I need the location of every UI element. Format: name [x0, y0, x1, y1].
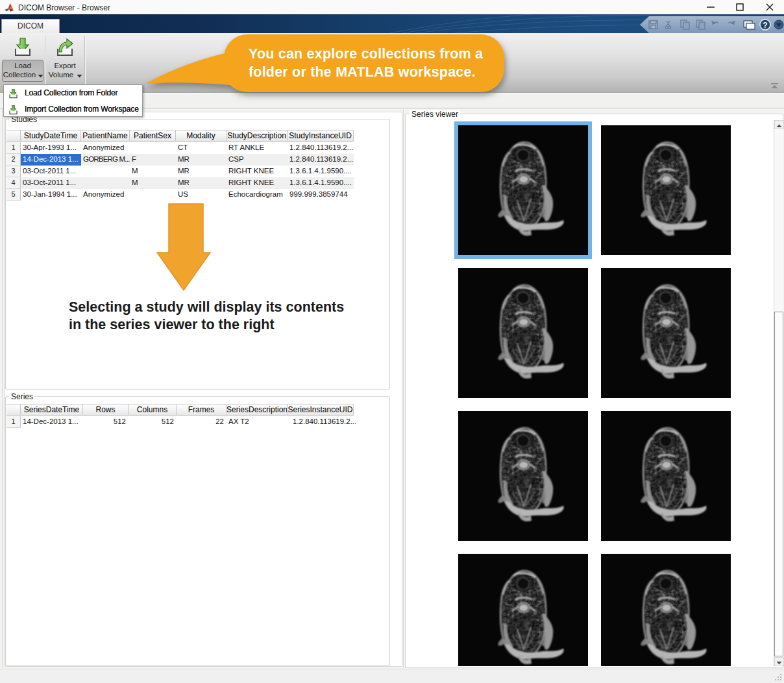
svg-text:?: ?: [763, 21, 767, 30]
